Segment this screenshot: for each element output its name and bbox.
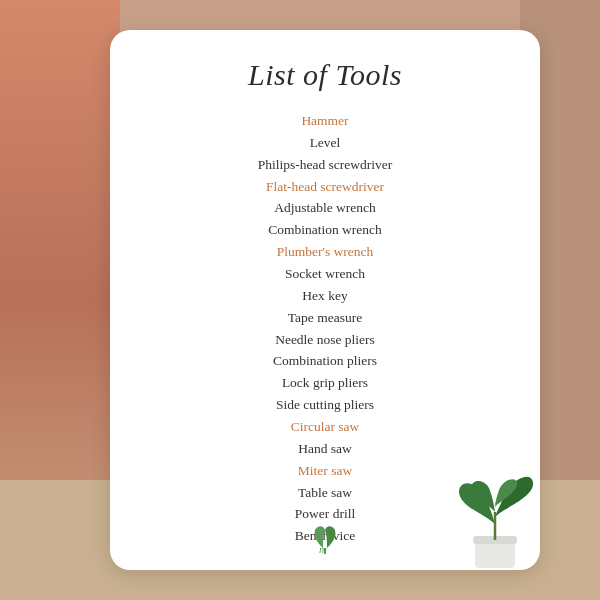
tool-item-0: Hammer bbox=[258, 110, 393, 132]
svg-text:m: m bbox=[319, 543, 327, 555]
tool-item-4: Adjustable wrench bbox=[258, 197, 393, 219]
tool-item-17: Table saw bbox=[258, 482, 393, 504]
card-title: List of Tools bbox=[248, 58, 402, 92]
tool-item-9: Tape measure bbox=[258, 307, 393, 329]
tool-item-16: Miter saw bbox=[258, 460, 393, 482]
tool-item-10: Needle nose pliers bbox=[258, 329, 393, 351]
tool-item-11: Combination pliers bbox=[258, 350, 393, 372]
tool-item-14: Circular saw bbox=[258, 416, 393, 438]
tool-item-2: Philips-head screwdriver bbox=[258, 154, 393, 176]
tool-item-12: Lock grip pliers bbox=[258, 372, 393, 394]
tool-item-3: Flat-head screwdriver bbox=[258, 176, 393, 198]
logo-icon: m bbox=[305, 516, 345, 556]
tools-list: HammerLevelPhilips-head screwdriverFlat-… bbox=[258, 110, 393, 547]
tool-item-15: Hand saw bbox=[258, 438, 393, 460]
tool-item-5: Combination wrench bbox=[258, 219, 393, 241]
tool-item-13: Side cutting pliers bbox=[258, 394, 393, 416]
tool-item-7: Socket wrench bbox=[258, 263, 393, 285]
tool-item-6: Plumber's wrench bbox=[258, 241, 393, 263]
svg-rect-1 bbox=[475, 540, 515, 568]
plant-decoration bbox=[445, 462, 545, 572]
tool-item-1: Level bbox=[258, 132, 393, 154]
tool-item-8: Hex key bbox=[258, 285, 393, 307]
